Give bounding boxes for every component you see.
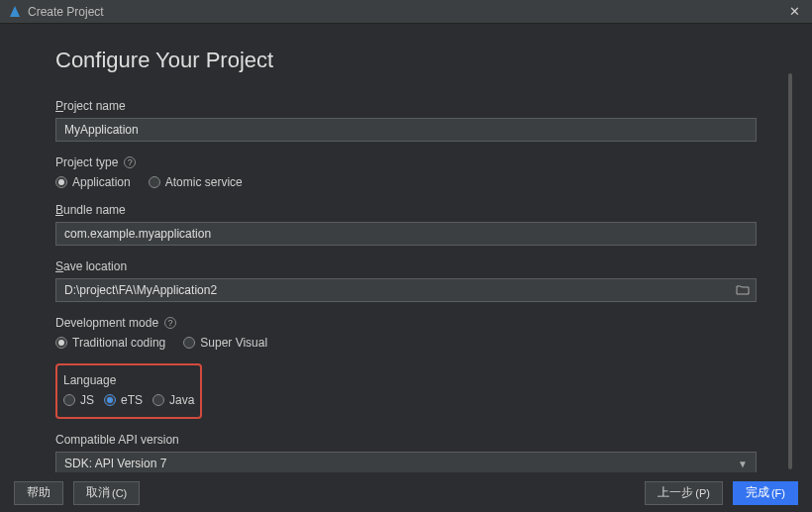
save-location-input-wrapper — [55, 278, 757, 302]
project-name-input[interactable] — [55, 118, 757, 142]
project-type-label: Project type ? — [55, 155, 757, 169]
radio-dot-icon — [152, 394, 164, 406]
dev-mode-field: Development mode ? Traditional coding Su… — [55, 316, 757, 350]
language-highlight: Language JS eTS Java — [55, 363, 202, 419]
help-icon[interactable]: ? — [164, 317, 176, 329]
radio-traditional-coding[interactable]: Traditional coding — [55, 336, 165, 350]
footer: 帮助 取消(C) 上一步(P) 完成(F) — [0, 472, 812, 512]
radio-dot-icon — [63, 394, 75, 406]
project-name-label: Project name — [55, 99, 757, 113]
window-title: Create Project — [28, 5, 104, 19]
cancel-button[interactable]: 取消(C) — [73, 481, 140, 505]
radio-dot-icon — [183, 337, 195, 349]
project-type-field: Project type ? Application Atomic servic… — [55, 155, 757, 189]
titlebar: Create Project ✕ — [0, 0, 812, 24]
close-icon[interactable]: ✕ — [784, 4, 804, 19]
radio-dot-icon — [55, 337, 67, 349]
radio-label: Java — [169, 393, 194, 407]
dev-mode-label: Development mode ? — [55, 316, 757, 330]
radio-dot-icon — [55, 176, 67, 188]
folder-icon[interactable] — [736, 284, 750, 296]
help-icon[interactable]: ? — [124, 156, 136, 168]
radio-super-visual[interactable]: Super Visual — [183, 336, 267, 350]
bundle-name-field: Bundle name — [55, 203, 757, 246]
page-title: Configure Your Project — [55, 48, 757, 73]
radio-label: Atomic service — [165, 175, 243, 189]
language-label: Language — [63, 373, 190, 387]
radio-label: eTS — [121, 393, 143, 407]
previous-button[interactable]: 上一步(P) — [645, 481, 723, 505]
chevron-down-icon: ▼ — [738, 459, 748, 469]
project-name-field: Project name — [55, 99, 757, 142]
radio-java[interactable]: Java — [152, 393, 194, 407]
radio-ets[interactable]: eTS — [104, 393, 143, 407]
radio-js[interactable]: JS — [63, 393, 94, 407]
radio-dot-icon — [149, 176, 160, 188]
save-location-label: Save location — [55, 259, 757, 273]
bundle-name-label: Bundle name — [55, 203, 757, 217]
radio-label: Traditional coding — [72, 336, 165, 350]
scrollbar[interactable] — [788, 73, 792, 469]
help-button[interactable]: 帮助 — [14, 481, 63, 505]
radio-label: Application — [72, 175, 131, 189]
main-content: Configure Your Project Project name Proj… — [0, 24, 812, 472]
radio-label: JS — [80, 393, 94, 407]
compat-api-select[interactable]: SDK: API Version 7 ▼ — [55, 452, 757, 472]
compat-api-field: Compatible API version SDK: API Version … — [55, 433, 757, 472]
save-location-input[interactable] — [56, 279, 728, 301]
radio-atomic-service[interactable]: Atomic service — [149, 175, 243, 189]
finish-button[interactable]: 完成(F) — [733, 481, 798, 505]
radio-dot-icon — [104, 394, 116, 406]
radio-label: Super Visual — [200, 336, 267, 350]
bundle-name-input[interactable] — [55, 222, 757, 246]
save-location-field: Save location — [55, 259, 757, 302]
select-value: SDK: API Version 7 — [64, 457, 166, 470]
radio-application[interactable]: Application — [55, 175, 131, 189]
compat-api-label: Compatible API version — [55, 433, 757, 447]
app-logo-icon — [8, 5, 22, 19]
